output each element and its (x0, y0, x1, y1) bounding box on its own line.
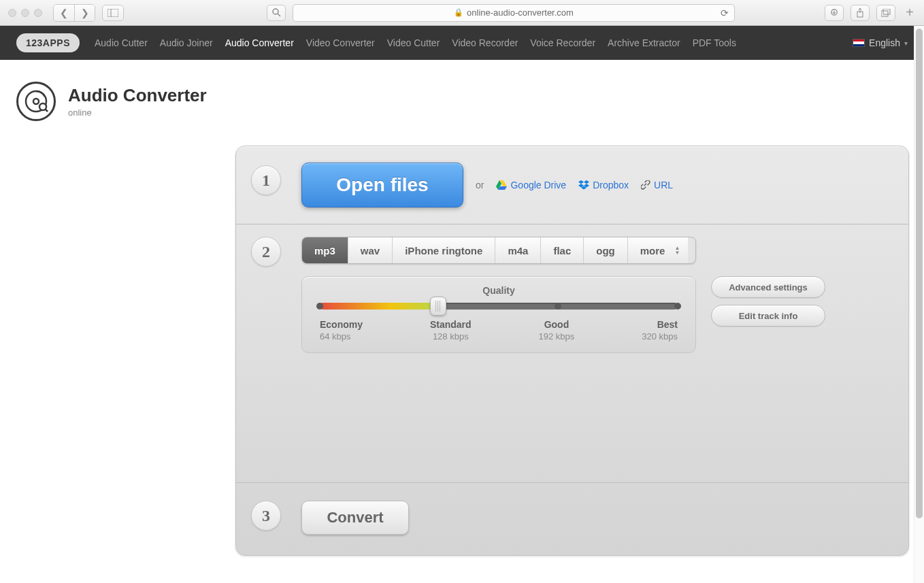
edit-track-info-button[interactable]: Edit track info (711, 305, 825, 327)
lock-icon: 🔒 (454, 8, 463, 17)
minimize-window[interactable] (21, 9, 29, 17)
format-flac[interactable]: flac (540, 237, 583, 263)
svg-point-9 (33, 99, 39, 104)
site-nav: 123APPS Audio Cutter Audio Joiner Audio … (0, 26, 924, 60)
quality-best-label: Best (642, 319, 678, 330)
format-wav[interactable]: wav (348, 237, 392, 263)
new-tab-button[interactable]: + (904, 5, 916, 20)
page-scrollbar[interactable] (914, 26, 924, 583)
dropbox-label: Dropbox (593, 180, 629, 190)
page-subtitle: online (68, 107, 207, 118)
svg-line-11 (45, 109, 48, 112)
svg-line-3 (278, 14, 280, 16)
url-link[interactable]: URL (641, 180, 673, 190)
nav-audio-converter[interactable]: Audio Converter (225, 37, 294, 48)
quality-economy-label: Economy (320, 319, 363, 330)
page-header: Audio Converter online (0, 60, 924, 121)
nav-archive-extractor[interactable]: Archive Extractor (608, 37, 680, 48)
slider-fill (320, 303, 438, 310)
slider-handle[interactable] (430, 297, 446, 316)
forward-button[interactable]: ❯ (74, 5, 95, 21)
app-logo (16, 82, 56, 121)
address-bar[interactable]: 🔒 online-audio-converter.com ⟳ (293, 4, 735, 22)
step-1-number: 1 (251, 165, 281, 195)
brand-pill[interactable]: 123APPS (16, 33, 80, 52)
back-button[interactable]: ❮ (54, 5, 74, 21)
url-label: URL (654, 180, 673, 190)
disc-icon (22, 88, 50, 115)
quality-title: Quality (320, 285, 678, 296)
svg-rect-0 (108, 9, 118, 17)
flag-icon (853, 39, 865, 47)
search-button[interactable] (267, 5, 286, 21)
quality-labels: Economy 64 kbps Standard 128 kbps Good 1… (320, 319, 678, 342)
step-1: 1 Open files or Google Drive Dropbox URL (236, 146, 908, 224)
format-mp3[interactable]: mp3 (302, 237, 348, 263)
slider-tick-good (555, 303, 561, 310)
browser-toolbar: ❮ ❯ 🔒 online-audio-converter.com ⟳ + (0, 0, 924, 26)
step-2: 2 mp3 wav iPhone ringtone m4a flac ogg m… (236, 224, 908, 483)
format-m4a[interactable]: m4a (495, 237, 540, 263)
url-text: online-audio-converter.com (467, 7, 574, 18)
google-drive-link[interactable]: Google Drive (496, 180, 566, 190)
language-label: English (869, 37, 900, 48)
window-controls (8, 9, 42, 17)
dropbox-link[interactable]: Dropbox (578, 180, 629, 190)
svg-point-2 (273, 9, 278, 14)
tabs-button[interactable] (876, 5, 895, 21)
quality-good-rate: 192 kbps (539, 331, 575, 342)
sort-icon: ▲▼ (675, 246, 680, 255)
svg-rect-7 (883, 9, 890, 14)
chevron-down-icon: ▾ (904, 39, 908, 47)
format-more-label: more (640, 245, 665, 256)
quality-slider[interactable] (320, 303, 678, 310)
sidebar-icon (108, 9, 118, 17)
or-label: or (476, 180, 484, 190)
quality-standard-rate: 128 kbps (430, 331, 472, 342)
main-panel: 1 Open files or Google Drive Dropbox URL… (235, 146, 909, 556)
page-title: Audio Converter (68, 85, 207, 106)
nav-pdf-tools[interactable]: PDF Tools (693, 37, 736, 48)
nav-audio-joiner[interactable]: Audio Joiner (160, 37, 213, 48)
quality-card: Quality Economy 64 kbps Standard 128 (301, 276, 696, 353)
nav-voice-recorder[interactable]: Voice Recorder (530, 37, 595, 48)
step-3: 3 Convert (236, 483, 908, 555)
nav-audio-cutter[interactable]: Audio Cutter (95, 37, 148, 48)
google-drive-icon (496, 180, 507, 190)
downloads-button[interactable] (825, 5, 844, 21)
nav-back-forward: ❮ ❯ (53, 4, 95, 22)
sidebar-toggle[interactable] (102, 5, 124, 21)
nav-video-recorder[interactable]: Video Recorder (452, 37, 518, 48)
quality-best-rate: 320 kbps (642, 331, 678, 342)
google-drive-label: Google Drive (510, 180, 566, 190)
quality-standard-label: Standard (430, 319, 472, 330)
share-icon (856, 8, 864, 18)
slider-tick-best (674, 303, 681, 310)
format-more[interactable]: more ▲▼ (627, 237, 689, 263)
zoom-window[interactable] (34, 9, 42, 17)
quality-good-label: Good (539, 319, 575, 330)
step-3-number: 3 (251, 501, 281, 531)
nav-video-cutter[interactable]: Video Cutter (387, 37, 440, 48)
scrollbar-thumb[interactable] (916, 29, 923, 518)
link-icon (641, 180, 650, 190)
step-2-number: 2 (251, 237, 281, 267)
tabs-icon (881, 9, 891, 17)
format-tabs: mp3 wav iPhone ringtone m4a flac ogg mor… (301, 237, 696, 264)
search-icon (272, 8, 281, 17)
nav-video-converter[interactable]: Video Converter (306, 37, 375, 48)
convert-button[interactable]: Convert (301, 501, 409, 535)
slider-tick-economy (316, 303, 323, 310)
quality-economy-rate: 64 kbps (320, 331, 363, 342)
advanced-settings-button[interactable]: Advanced settings (711, 276, 825, 298)
reload-icon[interactable]: ⟳ (721, 7, 729, 18)
format-iphone-ringtone[interactable]: iPhone ringtone (392, 237, 495, 263)
share-button[interactable] (851, 5, 870, 21)
language-selector[interactable]: English ▾ (853, 37, 908, 48)
dropbox-icon (578, 180, 589, 190)
download-icon (830, 9, 838, 17)
svg-rect-6 (881, 11, 888, 16)
format-ogg[interactable]: ogg (583, 237, 627, 263)
close-window[interactable] (8, 9, 16, 17)
open-files-button[interactable]: Open files (301, 163, 463, 207)
